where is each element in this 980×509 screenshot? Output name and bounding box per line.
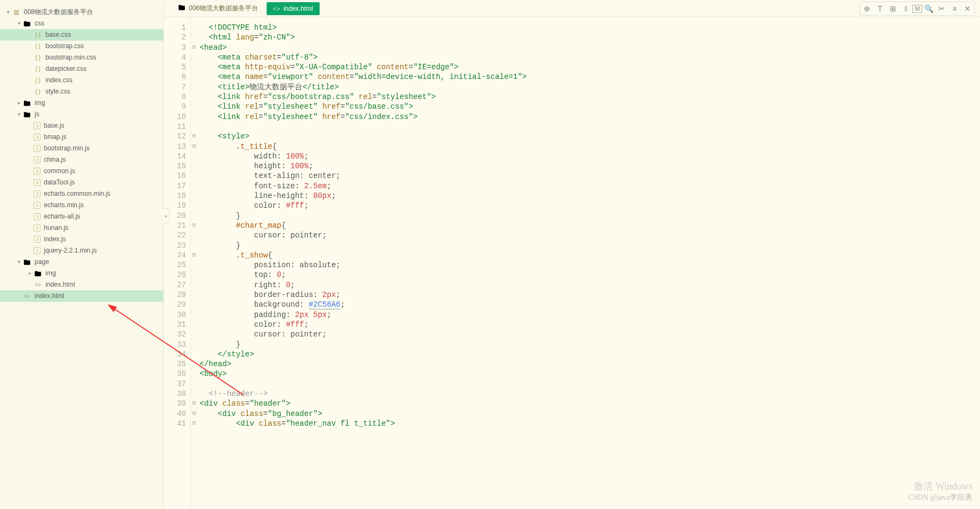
chevron-right-icon[interactable]: [15, 97, 23, 109]
tree-file[interactable]: bootstrap.min.css: [0, 52, 163, 63]
tree-file[interactable]: bootstrap.min.js: [0, 143, 163, 154]
label: dataTool.js: [44, 177, 75, 188]
js-icon: [34, 145, 41, 152]
js-icon: [34, 236, 41, 243]
label: base.js: [44, 120, 64, 131]
label: index.js: [44, 234, 66, 245]
js-icon: [34, 134, 41, 141]
label: bootstrap.min.css: [45, 52, 96, 63]
list-icon[interactable]: ≡: [948, 2, 961, 15]
tree-file[interactable]: style.css: [0, 86, 163, 97]
split-grid-icon[interactable]: ⊞: [886, 2, 899, 15]
label: index.css: [45, 75, 72, 86]
js-icon: [34, 224, 41, 232]
label: page: [35, 256, 49, 268]
css-icon: [34, 76, 42, 85]
folder-icon: [23, 99, 31, 108]
label: style.css: [45, 86, 70, 97]
js-icon: [34, 190, 41, 197]
chevron-right-icon[interactable]: [26, 268, 34, 279]
tree-file[interactable]: index.js: [0, 234, 163, 245]
tree-file[interactable]: echarts.min.js: [0, 200, 163, 211]
search-icon[interactable]: 🔍: [922, 2, 935, 15]
tree-folder-css[interactable]: css: [0, 18, 163, 29]
line-gutter: 1234567891011121314151617181920212223242…: [164, 17, 191, 509]
label: js: [35, 109, 39, 120]
label: css: [35, 18, 44, 29]
split-collapse-handle[interactable]: [162, 208, 170, 223]
label: index.html: [45, 279, 75, 290]
tab-label: index.html: [283, 5, 313, 12]
tree-file[interactable]: dataTool.js: [0, 177, 163, 188]
tree-folder-img[interactable]: img: [0, 97, 163, 109]
file-tree: 008物流大数据服务平台 css base.css bootstrap.css …: [0, 6, 163, 302]
label: img: [35, 97, 45, 109]
css-icon: [34, 88, 42, 96]
code-editor[interactable]: 1234567891011121314151617181920212223242…: [164, 17, 980, 509]
tree-file[interactable]: index.css: [0, 75, 163, 86]
js-icon: [34, 156, 41, 163]
css-icon: [34, 65, 42, 74]
tree-file[interactable]: china.js: [0, 154, 163, 166]
columns-icon[interactable]: ⦀: [899, 2, 912, 15]
label: echarts.common.min.js: [44, 188, 110, 200]
chevron-down-icon[interactable]: [15, 256, 23, 268]
label: bootstrap.css: [45, 41, 84, 52]
tree-file[interactable]: bmap.js: [0, 131, 163, 143]
folder-icon: [23, 258, 31, 267]
label: jquery-2.2.1.min.js: [44, 245, 97, 256]
editor-tabs: 008物流大数据服务平台 index.html ⊕ T ⊞ ⦀ M 🔍 ✂ ≡ …: [164, 0, 980, 17]
app-root: 008物流大数据服务平台 css base.css bootstrap.css …: [0, 0, 980, 509]
label: echarts.min.js: [44, 200, 84, 211]
css-icon: [34, 31, 42, 39]
folder-icon: [178, 4, 186, 13]
tree-file[interactable]: base.js: [0, 120, 163, 131]
code-content[interactable]: <!DOCTYPE html> <html lang="zh-CN"><head…: [197, 17, 527, 509]
js-icon: [34, 122, 41, 129]
label: bootstrap.min.js: [44, 143, 90, 154]
chevron-down-icon[interactable]: [4, 6, 12, 18]
editor-toolbar: ⊕ T ⊞ ⦀ M 🔍 ✂ ≡ ✕: [860, 2, 975, 16]
js-icon: [34, 213, 41, 220]
tree-file[interactable]: bootstrap.css: [0, 41, 163, 52]
tree-file[interactable]: echarts.common.min.js: [0, 188, 163, 200]
label: 008物流大数据服务平台: [24, 6, 93, 18]
main-panel: 008物流大数据服务平台 index.html ⊕ T ⊞ ⦀ M 🔍 ✂ ≡ …: [164, 0, 980, 509]
label: bmap.js: [44, 131, 67, 143]
markdown-icon[interactable]: M: [912, 5, 922, 13]
tree-folder-page[interactable]: page: [0, 256, 163, 268]
tree-file[interactable]: common.js: [0, 166, 163, 177]
tree-file[interactable]: jquery-2.2.1.min.js: [0, 245, 163, 256]
tab-index-html[interactable]: index.html: [267, 2, 320, 15]
tree-file-page-index-html[interactable]: index.html: [0, 279, 163, 290]
tree-file[interactable]: hunan.js: [0, 222, 163, 234]
tab-label: 008物流大数据服务平台: [189, 4, 258, 13]
html-icon: [273, 5, 280, 12]
text-tool-icon[interactable]: T: [873, 2, 886, 15]
tree-file[interactable]: echarts-all.js: [0, 211, 163, 222]
label: echarts-all.js: [44, 211, 80, 222]
folder-icon: [34, 269, 42, 278]
css-icon: [34, 54, 42, 62]
tree-file-base-css[interactable]: base.css: [0, 29, 163, 41]
tree-root-project[interactable]: 008物流大数据服务平台: [0, 6, 163, 18]
fold-gutter: [191, 17, 197, 509]
label: index.html: [35, 290, 64, 302]
chevron-down-icon[interactable]: [15, 18, 23, 29]
target-icon[interactable]: ⊕: [860, 2, 873, 15]
file-explorer: 008物流大数据服务平台 css base.css bootstrap.css …: [0, 0, 164, 509]
tree-folder-js[interactable]: js: [0, 109, 163, 120]
close-icon[interactable]: ✕: [961, 2, 974, 15]
tree-folder-page-img[interactable]: img: [0, 268, 163, 279]
chevron-down-icon[interactable]: [15, 109, 23, 120]
cut-icon[interactable]: ✂: [935, 2, 948, 15]
tree-file[interactable]: datepicker.css: [0, 63, 163, 75]
tab-project[interactable]: 008物流大数据服务平台: [171, 2, 264, 15]
html-icon: [23, 292, 31, 301]
tree-file-index-html[interactable]: index.html: [0, 290, 163, 302]
folder-icon: [23, 110, 31, 119]
js-icon: [34, 168, 41, 175]
html-icon: [34, 281, 42, 289]
label: img: [45, 268, 56, 279]
label: hunan.js: [44, 222, 68, 234]
